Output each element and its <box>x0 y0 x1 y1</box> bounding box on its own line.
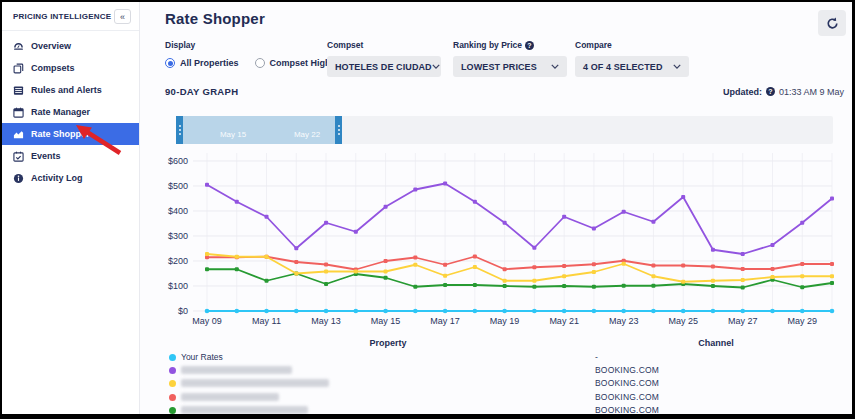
ranking-dropdown[interactable]: LOWEST PRICES <box>453 56 567 77</box>
slider-handle-left[interactable] <box>176 116 183 144</box>
compare-filter: Compare 4 OF 4 SELECTED <box>575 40 689 77</box>
chevron-down-icon <box>551 64 559 69</box>
page-title: Rate Shopper <box>165 10 265 27</box>
chevron-down-icon <box>673 64 681 69</box>
radio-icon <box>165 58 175 68</box>
slider-handle-right[interactable] <box>335 116 342 144</box>
calendar-icon <box>13 107 24 118</box>
updated-label: Updated: <box>723 87 762 97</box>
sidebar-item-rate-manager[interactable]: Rate Manager <box>2 101 139 123</box>
legend-property-redacted <box>181 406 308 414</box>
refresh-button[interactable] <box>818 10 846 36</box>
sidebar-item-label: Rate Manager <box>31 107 90 117</box>
ranking-label-text: Ranking by Price <box>453 40 522 50</box>
area-chart-icon <box>13 129 24 140</box>
rate-chart-svg: $0$100$200$300$400$500$600May 09May 11Ma… <box>140 146 852 336</box>
legend-channel-value: - <box>595 352 598 362</box>
graph-section-header: 90-DAY GRAPH Updated: ? 01:33 AM 9 May <box>165 86 844 97</box>
rules-list-icon <box>13 85 24 96</box>
svg-text:May 25: May 25 <box>668 316 698 326</box>
updated-time: 01:33 AM 9 May <box>779 87 844 97</box>
sidebar-collapse-button[interactable]: « <box>114 9 131 24</box>
svg-text:May 15: May 15 <box>371 316 401 326</box>
display-filter: Display All PropertiesCompset High/Low <box>165 40 351 68</box>
chevron-down-icon <box>432 64 440 69</box>
legend-row-redacted-4[interactable]: BOOKING.COM <box>140 404 852 417</box>
sidebar-item-label: Rules and Alerts <box>31 85 102 95</box>
series-redacted-1 <box>205 182 834 257</box>
ranking-label: Ranking by Price ? <box>453 40 567 50</box>
series-your-rates <box>205 309 835 314</box>
compare-label: Compare <box>575 40 689 50</box>
date-range-slider[interactable]: May 15 May 22 <box>176 116 833 144</box>
info-circle-icon <box>13 173 24 184</box>
svg-text:May 29: May 29 <box>787 316 817 326</box>
rate-chart[interactable]: $0$100$200$300$400$500$600May 09May 11Ma… <box>140 146 852 336</box>
legend-dot-icon <box>169 367 176 374</box>
legend-property-name: Your Rates <box>181 352 223 362</box>
legend-dot-icon <box>169 380 176 387</box>
app-title: PRICING INTELLIGENCE <box>13 12 111 21</box>
help-icon[interactable]: ? <box>766 87 775 96</box>
x-axis-labels: May 09May 11May 13May 15May 17May 19May … <box>192 316 817 326</box>
svg-text:May 17: May 17 <box>430 316 460 326</box>
legend-rows: Your Rates-BOOKING.COMBOOKING.COMBOOKING… <box>140 351 852 417</box>
legend-channel-header: Channel <box>680 338 752 348</box>
compset-label: Compset <box>327 40 441 50</box>
main-content: Rate Shopper Display All PropertiesComps… <box>140 2 852 414</box>
legend-channel-value: BOOKING.COM <box>595 392 659 402</box>
svg-text:May 13: May 13 <box>311 316 341 326</box>
svg-text:$100: $100 <box>168 281 188 291</box>
compare-value: 4 OF 4 SELECTED <box>583 62 663 72</box>
pricing-intelligence-app: PRICING INTELLIGENCE « OverviewCompsetsR… <box>0 0 855 419</box>
sidebar-item-events[interactable]: Events <box>2 145 139 167</box>
copy-icon <box>13 63 24 74</box>
legend-property-redacted <box>181 379 329 387</box>
legend-property-redacted <box>181 393 279 401</box>
radio-icon <box>255 58 265 68</box>
sidebar-header: PRICING INTELLIGENCE « <box>2 2 139 31</box>
ranking-filter: Ranking by Price ? LOWEST PRICES <box>453 40 567 77</box>
compset-filter: Compset HOTELES DE CIUDAD <box>327 40 441 77</box>
svg-text:$500: $500 <box>168 181 188 191</box>
sidebar-nav: OverviewCompsetsRules and AlertsRate Man… <box>2 31 139 189</box>
legend-row-your-rates[interactable]: Your Rates- <box>140 351 852 364</box>
compare-dropdown[interactable]: 4 OF 4 SELECTED <box>575 56 689 77</box>
refresh-icon <box>826 17 839 30</box>
legend-row-redacted-1[interactable]: BOOKING.COM <box>140 364 852 377</box>
gauge-icon <box>13 41 24 52</box>
filter-bar: Display All PropertiesCompset High/Low C… <box>140 40 852 78</box>
legend-channel-value: BOOKING.COM <box>595 378 659 388</box>
sidebar: PRICING INTELLIGENCE « OverviewCompsetsR… <box>2 2 140 414</box>
svg-text:May 19: May 19 <box>490 316 520 326</box>
legend-channel-value: BOOKING.COM <box>595 405 659 415</box>
sidebar-item-activity-log[interactable]: Activity Log <box>2 167 139 189</box>
y-axis-labels: $0$100$200$300$400$500$600 <box>168 156 188 316</box>
help-icon[interactable]: ? <box>525 41 534 50</box>
svg-text:May 21: May 21 <box>549 316 579 326</box>
compset-dropdown[interactable]: HOTELES DE CIUDAD <box>327 56 441 77</box>
legend-dot-icon <box>169 394 176 401</box>
svg-text:$200: $200 <box>168 256 188 266</box>
slider-tick-label: May 22 <box>294 130 320 139</box>
series-redacted-3 <box>205 255 834 272</box>
sidebar-item-compsets[interactable]: Compsets <box>2 57 139 79</box>
legend-row-redacted-3[interactable]: BOOKING.COM <box>140 391 852 404</box>
graph-section-title: 90-DAY GRAPH <box>165 86 238 97</box>
svg-text:$600: $600 <box>168 156 188 166</box>
sidebar-item-label: Events <box>31 151 61 161</box>
radio-all-properties[interactable]: All Properties <box>165 58 239 68</box>
svg-text:$300: $300 <box>168 231 188 241</box>
svg-text:May 09: May 09 <box>192 316 222 326</box>
sidebar-item-label: Compsets <box>31 63 75 73</box>
display-radio-group: All PropertiesCompset High/Low <box>165 58 351 68</box>
sidebar-item-overview[interactable]: Overview <box>2 35 139 57</box>
sidebar-item-rate-shopper[interactable]: Rate Shopper <box>2 123 139 145</box>
sidebar-item-rules-and-alerts[interactable]: Rules and Alerts <box>2 79 139 101</box>
display-label: Display <box>165 40 351 50</box>
legend-row-redacted-2[interactable]: BOOKING.COM <box>140 377 852 390</box>
ranking-value: LOWEST PRICES <box>461 62 537 72</box>
legend-property-redacted <box>181 366 292 374</box>
svg-text:$400: $400 <box>168 206 188 216</box>
svg-text:May 23: May 23 <box>609 316 639 326</box>
